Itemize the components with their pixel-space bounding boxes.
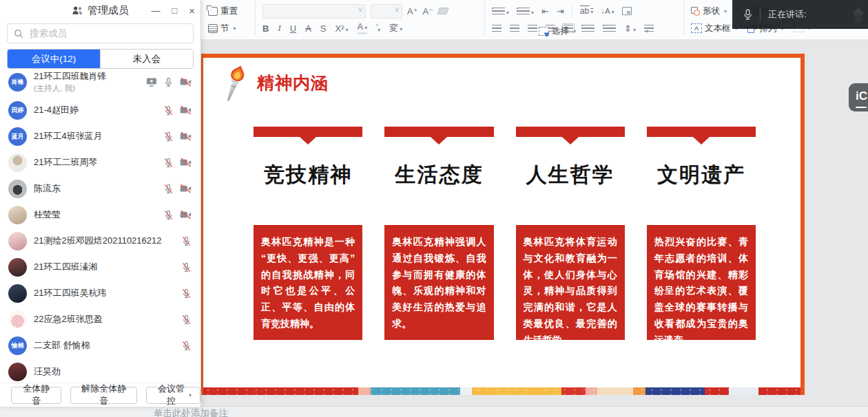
textbox-button[interactable]: A文本框 <box>691 23 738 34</box>
mic-on-icon[interactable] <box>163 77 174 87</box>
cam-off-icon[interactable] <box>180 131 192 141</box>
slide-column[interactable]: 文明遗产 热烈兴奋的比赛、青年志愿者的培训、体育场馆的兴建、精彩纷呈的艺术表演、… <box>647 127 756 340</box>
member-row[interactable]: 22应急2班张思盈 <box>0 306 200 332</box>
member-row[interactable]: 肖锋 21环工四班魏肖锋 (主持人, 我) <box>0 67 200 97</box>
side-floating-widget[interactable]: iC <box>849 83 868 111</box>
align-right-icon[interactable] <box>528 25 537 32</box>
reset-button[interactable]: 重置 <box>208 6 238 17</box>
panel-title: 管理成员 <box>87 4 129 17</box>
row-spacing-icon[interactable] <box>603 25 616 32</box>
font-name-select[interactable] <box>262 4 366 19</box>
cam-off-icon[interactable] <box>180 77 192 87</box>
notes-placeholder: 单击此处添加备注 <box>154 407 228 417</box>
cam-off-icon[interactable] <box>180 105 192 115</box>
avatar: 蓝月 <box>8 127 27 146</box>
cam-off-icon[interactable] <box>180 210 192 220</box>
member-row[interactable]: 陈流东 <box>0 175 200 202</box>
panel-tabs: 会议中(12) 未入会 <box>7 49 194 69</box>
banner-shape <box>254 127 362 137</box>
smartart-convert-icon[interactable] <box>622 7 632 15</box>
avatar: 肖锋 <box>8 73 27 92</box>
vertical-text-button[interactable]: ↓A <box>601 7 614 15</box>
line-spacing-button[interactable]: ⇕ <box>624 23 636 34</box>
mic-off-icon[interactable] <box>163 184 174 194</box>
notes-bar[interactable]: 单击此处添加备注 <box>0 406 868 417</box>
close-button[interactable]: × <box>189 5 195 17</box>
decrease-indent-button[interactable]: ⇤ <box>541 6 549 17</box>
mic-off-icon[interactable] <box>163 131 174 142</box>
paragraph-settings-icon[interactable] <box>644 25 654 32</box>
banner-notch <box>300 137 316 145</box>
banner-notch <box>693 137 710 145</box>
select-button[interactable]: 选择 <box>539 25 576 37</box>
bold-button[interactable]: B <box>262 23 269 34</box>
superscript-button[interactable]: X² <box>335 23 348 34</box>
mic-off-icon[interactable] <box>181 314 192 325</box>
mic-off-icon[interactable] <box>181 341 192 351</box>
underline-button[interactable]: U <box>290 23 296 34</box>
shapes-button[interactable]: 形状 <box>691 6 727 17</box>
slide-column[interactable]: 竞技精神 奥林匹克精神是一种“更快、更强、更高”的自我挑战精神，同时它也是公平、… <box>254 127 362 340</box>
column-spacing-icon[interactable] <box>581 25 595 32</box>
column-heading: 人生哲学 <box>516 161 625 189</box>
avatar <box>8 363 27 381</box>
highlight-button[interactable] <box>376 23 380 34</box>
font-size-select[interactable] <box>371 4 402 19</box>
maximize-button[interactable]: □ <box>172 6 177 16</box>
screenshare-icon[interactable] <box>146 77 157 87</box>
tab-not-joined[interactable]: 未入会 <box>100 50 193 68</box>
decrease-font-button[interactable]: A⁻ <box>423 6 434 17</box>
strikethrough-button[interactable]: A <box>305 23 311 34</box>
cam-off-icon[interactable] <box>180 184 192 193</box>
member-row[interactable]: 桂莹莹 <box>0 202 200 228</box>
mic-off-icon[interactable] <box>163 210 174 220</box>
mic-off-icon[interactable] <box>163 105 174 116</box>
column-body: 奥林匹克精神强调人通过自我锻炼、自我参与而拥有健康的体魄、乐观的精神和对美好生活… <box>384 225 493 340</box>
bullet-list-button[interactable] <box>492 6 509 17</box>
increase-font-button[interactable]: A⁺ <box>407 6 418 17</box>
tab-in-meeting[interactable]: 会议中(12) <box>8 50 100 68</box>
member-row[interactable]: 21环工四班溱湘 <box>0 254 200 280</box>
search-box[interactable] <box>7 23 194 43</box>
speaking-label: 正在讲话: <box>768 8 807 21</box>
italic-button[interactable]: I <box>278 23 280 34</box>
pinyin-button[interactable]: 変 <box>389 22 402 34</box>
mic-off-icon[interactable] <box>181 236 192 246</box>
slide-canvas[interactable]: 精神内涵 竞技精神 奥林匹克精神是一种“更快、更强、更高”的自我挑战精神，同时它… <box>199 54 805 395</box>
cam-off-icon[interactable] <box>180 158 192 167</box>
search-input[interactable] <box>28 28 193 39</box>
member-row[interactable]: 21测绘2班邓园焙202110216212 <box>0 228 200 254</box>
member-row[interactable]: 21环工四班吴杭玮 <box>0 280 200 306</box>
text-direction-button[interactable]: ab <box>580 6 593 16</box>
align-center-icon[interactable] <box>510 25 519 32</box>
slide-column[interactable]: 人生哲学 奥林匹克将体育运动与文化和教育融为一体，使人们身体与心灵，精神与品质得… <box>516 127 625 340</box>
member-row[interactable]: 蓝月 21环工4班张蓝月 <box>0 123 200 149</box>
slide-column[interactable]: 生活态度 奥林匹克精神强调人通过自我锻炼、自我参与而拥有健康的体魄、乐观的精神和… <box>384 127 493 340</box>
member-row[interactable]: 汪昊劲 <box>0 359 200 383</box>
mic-off-icon[interactable] <box>181 262 192 272</box>
slide-title[interactable]: 精神内涵 <box>257 72 329 94</box>
unmute-all-button[interactable]: 解除全体静音 <box>70 387 137 404</box>
font-color-button[interactable]: A <box>357 23 367 34</box>
speaking-indicator-overlay: 正在讲话: <box>732 0 868 29</box>
column-body: 热烈兴奋的比赛、青年志愿者的培训、体育场馆的兴建、精彩纷呈的艺术表演、覆盖全球的… <box>647 225 756 340</box>
side-widget-label: iC <box>856 89 867 103</box>
numbered-list-button[interactable] <box>517 6 534 17</box>
section-button[interactable]: 节 <box>208 23 236 34</box>
shadow-button[interactable]: S <box>320 23 327 34</box>
member-status-icons <box>146 77 192 87</box>
column-heading: 文明遗产 <box>647 161 756 189</box>
align-left-icon[interactable] <box>492 25 502 32</box>
meeting-control-button[interactable]: 会议管控 <box>146 387 200 404</box>
minimize-button[interactable]: — <box>151 6 160 16</box>
mic-off-icon[interactable] <box>181 288 192 299</box>
mic-off-icon[interactable] <box>163 158 174 168</box>
avatar <box>8 232 27 250</box>
member-name: 汪昊劲 <box>34 365 192 378</box>
clear-format-icon[interactable] <box>437 8 449 14</box>
member-row[interactable]: 田婷 21-4赵田婷 <box>0 97 200 123</box>
member-row[interactable]: 愉棉 二支部 舒愉棉 <box>0 332 200 359</box>
increase-indent-button[interactable]: ⇥ <box>557 6 564 17</box>
member-row[interactable]: 21环工二班周琴 <box>0 149 200 175</box>
mute-all-button[interactable]: 全体静音 <box>11 387 61 404</box>
